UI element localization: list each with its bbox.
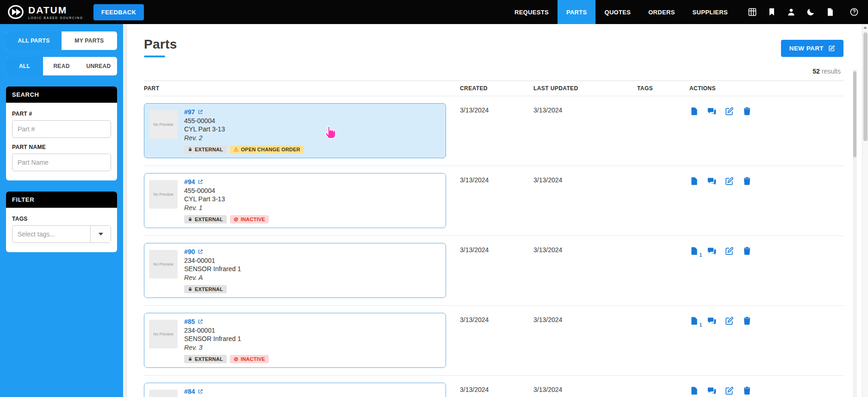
tags-select[interactable]: Select tags...	[12, 225, 111, 243]
part-name: SENSOR Infrared 1	[184, 335, 269, 342]
tags-label: TAGS	[12, 216, 111, 222]
created-date: 3/13/2024	[460, 243, 533, 254]
edit-action-icon[interactable]	[725, 246, 734, 256]
part-link[interactable]: #90	[184, 248, 241, 255]
table-scrollbar[interactable]	[853, 69, 857, 397]
actions-cell: 1	[689, 313, 843, 326]
sidebar-scrollbar[interactable]	[123, 24, 127, 397]
created-date: 3/13/2024	[460, 313, 533, 323]
part-name-label: PART NAME	[12, 144, 111, 150]
results-count: 52	[812, 68, 820, 75]
moon-icon[interactable]	[806, 7, 815, 17]
tab-unread[interactable]: UNREAD	[80, 57, 117, 75]
page-scrollbar[interactable]	[862, 24, 868, 397]
page-scrollbar-thumb[interactable]	[863, 32, 868, 141]
tab-read[interactable]: READ	[43, 57, 80, 75]
badge-list: EXTERNAL	[184, 285, 241, 293]
part-revision: Rev. 1	[184, 204, 269, 211]
delete-action-icon[interactable]	[742, 386, 752, 396]
documents-action-icon[interactable]: 1	[689, 246, 699, 256]
scope-tabs: ALL PARTS MY PARTS	[6, 31, 117, 50]
edit-action-icon[interactable]	[725, 386, 734, 396]
edit-action-icon[interactable]	[725, 316, 734, 326]
title-underline	[144, 56, 165, 57]
new-part-label: NEW PART	[789, 45, 824, 52]
part-card[interactable]: No Preview #94 455-00004 CYL Part 3-13 R…	[144, 173, 446, 228]
table-scrollbar-thumb[interactable]	[853, 71, 856, 157]
table-grid-icon[interactable]	[748, 7, 757, 17]
document-icon[interactable]	[825, 7, 835, 17]
part-card[interactable]: No Preview #90 234-00001 SENSOR Infrared…	[144, 243, 446, 298]
bookmark-icon[interactable]	[767, 7, 776, 17]
table-row: No Preview #90 234-00001 SENSOR Infrared…	[144, 236, 843, 306]
no-preview-label: No Preview	[153, 192, 173, 197]
column-header-last-updated: LAST UPDATED	[533, 81, 637, 96]
updated-date: 3/13/2024	[533, 173, 637, 184]
nav-item-orders[interactable]: ORDERS	[639, 0, 683, 24]
table-body: No Preview #97 455-00004 CYL Part 3-13 R…	[144, 96, 843, 397]
table-header-row: PART CREATED LAST UPDATED TAGS ACTIONS	[144, 81, 843, 96]
comments-action-icon[interactable]	[707, 106, 717, 116]
new-part-button[interactable]: NEW PART	[781, 40, 843, 57]
documents-action-icon[interactable]: 1	[689, 316, 699, 326]
tab-all-parts[interactable]: ALL PARTS	[6, 31, 62, 50]
edit-action-icon[interactable]	[725, 176, 734, 186]
part-name-input[interactable]	[12, 154, 111, 171]
badge-label: EXTERNAL	[195, 217, 223, 222]
delete-action-icon[interactable]	[742, 316, 752, 326]
part-thumbnail: No Preview	[149, 390, 178, 397]
delete-action-icon[interactable]	[742, 106, 752, 116]
part-number: 455-00004	[184, 187, 269, 194]
part-card[interactable]: No Preview #97 455-00004 CYL Part 3-13 R…	[144, 103, 446, 158]
nav-item-quotes[interactable]: QUOTES	[595, 0, 639, 24]
nav-item-parts[interactable]: PARTS	[558, 0, 596, 24]
part-id: #94	[184, 178, 195, 186]
badge-label: EXTERNAL	[195, 356, 223, 362]
badge-inactive: ⊘INACTIVE	[230, 355, 269, 363]
scroll-up-arrow[interactable]	[862, 24, 868, 31]
part-link[interactable]: #97	[184, 108, 304, 116]
delete-action-icon[interactable]	[742, 176, 752, 186]
tab-all[interactable]: ALL	[6, 57, 43, 75]
badge-warning: ⚠OPEN CHANGE ORDER	[230, 145, 304, 154]
nav-item-requests[interactable]: REQUESTS	[506, 0, 558, 24]
part-link[interactable]: #94	[184, 178, 269, 186]
part-number-input[interactable]	[12, 120, 111, 138]
documents-action-icon[interactable]	[689, 106, 699, 116]
table-row: No Preview #97 455-00004 CYL Part 3-13 R…	[144, 96, 843, 166]
comments-action-icon[interactable]	[707, 176, 717, 186]
sidebar: ALL PARTS MY PARTS ALL READ UNREAD SEARC…	[0, 24, 123, 397]
nav-item-suppliers[interactable]: SUPPLIERS	[684, 0, 737, 24]
documents-action-icon[interactable]	[689, 386, 699, 396]
part-name: CYL Part 3-13	[184, 125, 304, 133]
part-link[interactable]: #84	[184, 388, 241, 395]
part-link[interactable]: #85	[184, 318, 269, 325]
delete-action-icon[interactable]	[742, 246, 752, 256]
edit-action-icon[interactable]	[725, 106, 734, 116]
comments-action-icon[interactable]	[707, 386, 717, 396]
actions-cell	[689, 103, 843, 116]
created-date: 3/13/2024	[460, 103, 533, 114]
external-link-icon	[198, 179, 203, 185]
part-card[interactable]: No Preview #84 234-00001 SENSOR Infrared…	[144, 383, 446, 397]
tab-my-parts[interactable]: MY PARTS	[62, 31, 117, 50]
feedback-button[interactable]: FEEDBACK	[93, 4, 144, 20]
badge-list: EXTERNAL⊘INACTIVE	[184, 354, 269, 363]
part-number: 234-00001	[184, 257, 241, 264]
part-thumbnail: No Preview	[149, 180, 178, 209]
part-id: #84	[184, 388, 195, 395]
tags-select-chevron-button[interactable]	[90, 226, 111, 242]
badge-label: EXTERNAL	[195, 147, 223, 152]
brand-logo[interactable]: DATUM LOGIC BASED SOURCING	[0, 4, 88, 20]
badge-external: EXTERNAL	[184, 285, 227, 293]
documents-action-icon[interactable]	[689, 176, 699, 186]
user-icon[interactable]	[787, 7, 796, 17]
part-card[interactable]: No Preview #85 234-00001 SENSOR Infrared…	[144, 313, 446, 368]
comments-action-icon[interactable]	[707, 316, 717, 326]
help-icon[interactable]	[849, 7, 859, 17]
comments-action-icon[interactable]	[707, 246, 717, 256]
updated-date: 3/13/2024	[533, 243, 637, 254]
actions-cell	[689, 173, 843, 186]
topbar: DATUM LOGIC BASED SOURCING FEEDBACK REQU…	[0, 0, 868, 24]
updated-date: 3/13/2024	[533, 313, 637, 323]
